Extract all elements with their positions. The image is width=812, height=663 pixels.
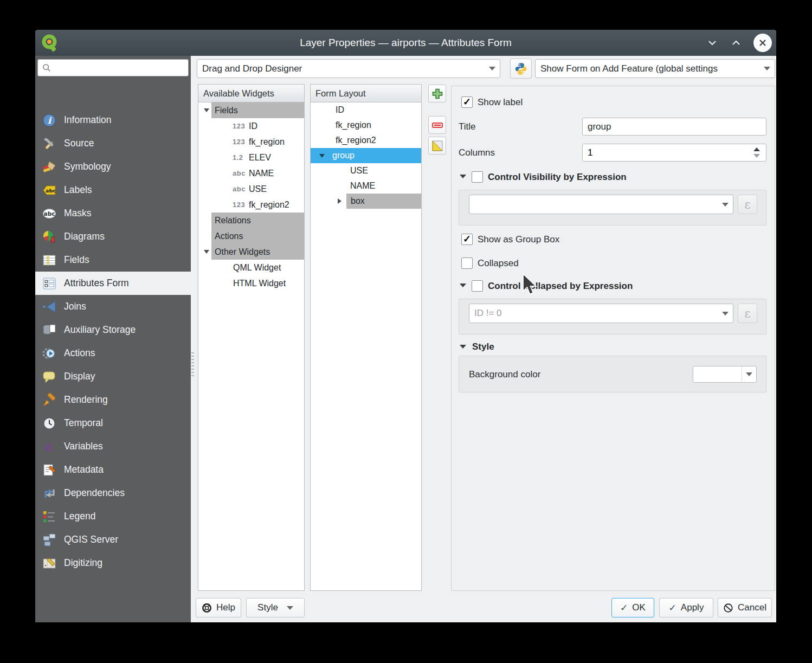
tree-category-other-widgets[interactable]: Other Widgets (198, 244, 304, 260)
splitter-handle[interactable] (191, 352, 194, 378)
layout-item-box[interactable]: box (311, 194, 421, 209)
expander-icon[interactable] (202, 250, 211, 254)
tree-item-qml-widget[interactable]: QML Widget (198, 260, 304, 275)
columns-input[interactable] (583, 147, 750, 158)
color-swatch (693, 366, 742, 382)
tree-category-fields[interactable]: Fields (198, 102, 304, 118)
sidebar-item-information[interactable]: i Information (35, 108, 191, 132)
layout-item-fk-region[interactable]: fk_region (311, 118, 421, 133)
sidebar-item-attributes-form[interactable]: Attributes Form (35, 272, 191, 295)
sidebar-item-actions[interactable]: Actions (35, 342, 191, 365)
columns-spinner[interactable] (582, 144, 766, 162)
ok-button[interactable]: ✓ OK (611, 598, 654, 617)
sidebar-item-qgis-server[interactable]: QGIS Server (35, 528, 191, 551)
apply-button[interactable]: ✓ Apply (659, 598, 713, 617)
form-open-mode-select[interactable]: Show Form on Add Feature (global setting… (535, 59, 775, 78)
sidebar-item-display[interactable]: Display (35, 365, 191, 388)
svg-text:abc: abc (46, 188, 56, 194)
add-element-button[interactable] (428, 85, 446, 102)
tree-item-fk-region2[interactable]: 123 fk_region2 (198, 197, 304, 213)
control-collapsed-checkbox[interactable] (472, 280, 483, 292)
fields-icon (42, 253, 56, 267)
show-label-label: Show label (478, 97, 523, 108)
titlebar[interactable]: Layer Properties — airports — Attributes… (35, 30, 776, 56)
designer-mode-select[interactable]: Drag and Drop Designer (197, 59, 500, 78)
sidebar-item-variables[interactable]: ε Variables (35, 435, 191, 458)
tree-category-relations[interactable]: Relations (198, 213, 304, 228)
available-widgets-panel: Available Widgets Fields 123 ID 123 fk_r… (198, 84, 305, 591)
available-widgets-header: Available Widgets (198, 85, 304, 102)
spin-down-icon[interactable] (753, 154, 760, 158)
background-color-button[interactable] (693, 366, 757, 383)
minimize-button[interactable] (700, 30, 724, 56)
field-type-decimal-icon: 1.2 (233, 153, 249, 162)
sidebar-item-digitizing[interactable]: Digitizing (35, 551, 191, 575)
visibility-expression-select[interactable] (469, 195, 733, 214)
info-icon: i (42, 113, 56, 127)
chevron-down-icon (722, 203, 729, 207)
sidebar-item-joins[interactable]: Joins (35, 295, 191, 318)
title-input[interactable] (582, 118, 766, 136)
tree-item-use[interactable]: abc USE (198, 181, 304, 197)
title-label: Title (459, 121, 476, 132)
python-init-button[interactable] (510, 59, 532, 79)
layout-item-name[interactable]: NAME (311, 178, 421, 194)
metadata-icon (42, 463, 56, 477)
cancel-button[interactable]: Cancel (718, 598, 772, 617)
control-visibility-label: Control Visibility by Expression (488, 172, 627, 183)
layout-item-id[interactable]: ID (311, 102, 421, 118)
sidebar-item-symbology[interactable]: Symbology (35, 155, 191, 178)
tree-item-fk-region[interactable]: 123 fk_region (198, 134, 304, 150)
show-label-checkbox[interactable] (461, 96, 473, 108)
layout-item-group[interactable]: group (311, 148, 421, 163)
qgis-logo-icon (41, 34, 59, 54)
sidebar-item-legend[interactable]: Legend (35, 505, 191, 528)
display-icon (42, 370, 56, 384)
sidebar-item-labels[interactable]: abc Labels (35, 178, 191, 202)
tree-category-actions[interactable]: Actions (198, 228, 304, 244)
source-icon (42, 137, 56, 151)
maximize-button[interactable] (724, 30, 748, 56)
section-expander-icon[interactable] (460, 345, 466, 349)
sidebar-item-dependencies[interactable]: Dependencies (35, 481, 191, 505)
sidebar-item-masks[interactable]: abc Masks (35, 202, 191, 225)
rendering-icon (42, 393, 56, 407)
field-type-text-icon: abc (233, 185, 249, 193)
collapsed-expression-builder-button[interactable]: ε (738, 304, 757, 323)
collapsed-checkbox[interactable] (461, 258, 473, 269)
sidebar-item-auxiliary-storage[interactable]: Auxiliary Storage (35, 318, 191, 342)
screen-background: Layer Properties — airports — Attributes… (0, 0, 812, 663)
search-input[interactable] (55, 63, 188, 73)
sidebar-item-source[interactable]: Source (35, 132, 191, 155)
section-expander-icon[interactable] (460, 284, 466, 287)
show-as-group-box-checkbox[interactable] (461, 234, 473, 245)
sidebar-item-diagrams[interactable]: Diagrams (35, 225, 191, 248)
sidebar-search[interactable] (37, 59, 189, 76)
sidebar-item-metadata[interactable]: Metadata (35, 458, 191, 481)
sidebar-item-fields[interactable]: Fields (35, 248, 191, 272)
control-visibility-checkbox[interactable] (472, 171, 483, 183)
tree-item-name[interactable]: abc NAME (198, 165, 304, 181)
expander-icon[interactable] (317, 154, 327, 158)
rename-element-button[interactable] (428, 137, 446, 155)
sidebar-item-rendering[interactable]: Rendering (35, 388, 191, 411)
python-icon (514, 62, 528, 76)
remove-element-button[interactable] (428, 116, 446, 134)
spin-up-icon[interactable] (753, 147, 760, 151)
visibility-expression-builder-button[interactable]: ε (738, 195, 757, 214)
expander-icon[interactable] (334, 198, 344, 204)
tree-item-elev[interactable]: 1.2 ELEV (198, 150, 304, 165)
sidebar-item-temporal[interactable]: Temporal (35, 411, 191, 435)
tree-item-html-widget[interactable]: HTML Widget (198, 275, 304, 291)
layout-item-fk-region2[interactable]: fk_region2 (311, 133, 421, 148)
style-menu-button[interactable]: Style (246, 598, 305, 617)
close-button[interactable] (753, 34, 772, 52)
expander-icon[interactable] (202, 108, 211, 112)
help-button[interactable]: Help (196, 598, 241, 617)
collapsed-expression-select[interactable]: ID != 0 (469, 304, 733, 323)
auxiliary-storage-icon (42, 323, 56, 337)
plus-icon (431, 87, 444, 100)
section-expander-icon[interactable] (460, 175, 466, 178)
tree-item-id[interactable]: 123 ID (198, 118, 304, 134)
layout-item-use[interactable]: USE (311, 163, 421, 178)
